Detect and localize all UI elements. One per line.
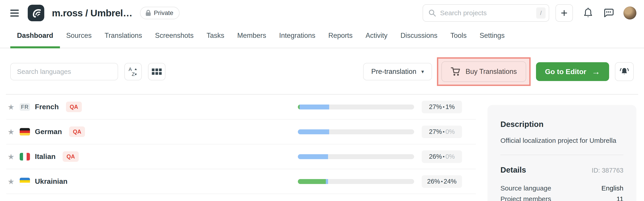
description-title: Description	[500, 120, 624, 129]
approved-percent: 0%	[446, 153, 455, 160]
approved-percent: 1%	[446, 103, 455, 111]
dashboard-main: ★ FR French QA 27% • 1%	[0, 95, 644, 201]
language-name: French	[35, 103, 59, 111]
lock-icon	[145, 10, 151, 16]
arrow-right-icon: →	[592, 67, 600, 77]
progress-approved-segment	[298, 105, 300, 109]
announcements-bell-icon[interactable]	[615, 62, 634, 81]
nav-tab[interactable]: Screenshots	[154, 32, 194, 48]
detail-label: Project members	[500, 193, 551, 201]
user-avatar[interactable]	[624, 7, 636, 20]
detail-row: Project members 11	[500, 193, 624, 201]
progress-bar	[298, 179, 414, 184]
chevron-down-icon: ▾	[421, 69, 424, 75]
search-projects-box[interactable]: /	[422, 4, 549, 22]
language-row[interactable]: ★ FR French QA 27% • 1%	[6, 95, 476, 120]
privacy-badge: Private	[140, 7, 180, 19]
nav-tab[interactable]: Tasks	[206, 32, 225, 48]
project-nav-tabs: DashboardSourcesTranslationsScreenshotsT…	[0, 26, 644, 48]
description-text: Official localization project for Umbrel…	[500, 137, 624, 144]
progress-translated-segment	[298, 129, 329, 134]
sort-alphabetical-icon[interactable]: A Z	[124, 63, 142, 80]
language-progress-group: 26% • 0%	[298, 150, 476, 163]
pre-translation-label: Pre-translation	[371, 68, 416, 76]
details-rows: Source language English Project members …	[500, 183, 624, 201]
language-row[interactable]: ★ Ukrainian 26% • 24%	[6, 169, 476, 194]
create-project-button[interactable]: +	[556, 4, 573, 22]
star-icon[interactable]: ★	[8, 177, 20, 186]
go-to-editor-label: Go to Editor	[545, 68, 586, 76]
nav-tab[interactable]: Settings	[479, 32, 505, 48]
approved-percent: 0%	[446, 128, 455, 135]
notifications-bell-icon[interactable]	[583, 8, 593, 18]
percent-separator: •	[443, 104, 444, 110]
progress-translated-segment	[298, 154, 328, 159]
nav-tab[interactable]: Translations	[104, 32, 143, 48]
nav-tab[interactable]: Dashboard	[16, 32, 54, 48]
dashboard-toolbar: A Z Pre-translation ▾ Buy Translations	[0, 57, 644, 86]
go-to-editor-button[interactable]: Go to Editor →	[536, 62, 609, 81]
translated-percent: 27%	[429, 128, 442, 135]
star-icon[interactable]: ★	[8, 103, 20, 111]
language-name: Ukrainian	[35, 177, 68, 185]
hamburger-menu-icon[interactable]	[10, 10, 19, 17]
nav-tab[interactable]: Integrations	[278, 32, 316, 48]
search-icon	[428, 9, 436, 17]
project-id: ID: 387763	[592, 167, 624, 174]
svg-text:A: A	[128, 67, 132, 72]
progress-approved-segment	[298, 179, 326, 184]
percent-separator: •	[443, 154, 444, 160]
pre-translation-dropdown[interactable]: Pre-translation ▾	[363, 63, 432, 80]
progress-percent-pill[interactable]: 26% • 0%	[422, 150, 462, 163]
language-row[interactable]: ★ German QA 27% • 0%	[6, 120, 476, 144]
progress-bar	[298, 129, 414, 134]
language-progress-group: 27% • 1%	[298, 101, 476, 113]
approved-percent: 24%	[444, 178, 456, 185]
qa-badge[interactable]: QA	[69, 126, 85, 137]
language-row[interactable]: ★ Italian QA 26% • 0%	[6, 144, 476, 169]
panel-divider	[500, 155, 624, 155]
language-name: German	[35, 128, 62, 136]
language-code-badge: FR	[20, 103, 30, 111]
star-icon[interactable]: ★	[8, 127, 20, 136]
language-progress-group: 26% • 24%	[298, 175, 476, 188]
translated-percent: 27%	[429, 103, 442, 111]
nav-tab[interactable]: Members	[237, 32, 266, 48]
nav-tab[interactable]: Reports	[328, 32, 353, 48]
flag-icon	[20, 128, 30, 136]
flag-icon	[20, 178, 30, 185]
percent-separator: •	[443, 129, 444, 135]
app-window: m.ross / Umbrel… Private / +	[0, 0, 644, 201]
detail-value: English	[602, 183, 624, 193]
project-breadcrumb-title: m.ross / Umbrel…	[52, 8, 132, 19]
flag-icon	[20, 153, 30, 160]
nav-tab[interactable]: Activity	[365, 32, 388, 48]
progress-percent-pill[interactable]: 27% • 1%	[422, 101, 462, 113]
nav-tab[interactable]: Discussions	[400, 32, 438, 48]
detail-row: Source language English	[500, 183, 624, 193]
search-shortcut-hint: /	[536, 8, 546, 19]
percent-separator: •	[441, 179, 443, 184]
grid-view-icon[interactable]	[148, 63, 166, 80]
detail-value: 11	[616, 193, 624, 201]
search-languages-input[interactable]	[10, 63, 118, 80]
buy-translations-button[interactable]: Buy Translations	[442, 61, 526, 82]
messages-chat-icon[interactable]	[603, 8, 614, 18]
progress-percent-pill[interactable]: 26% • 24%	[422, 175, 462, 188]
search-projects-input[interactable]	[440, 9, 536, 17]
nav-tab[interactable]: Tools	[450, 32, 467, 48]
nav-tab[interactable]: Sources	[66, 32, 92, 48]
crowdin-logo-icon[interactable]	[28, 5, 44, 21]
progress-bar	[298, 154, 414, 159]
qa-badge[interactable]: QA	[66, 102, 82, 112]
progress-percent-pill[interactable]: 27% • 0%	[422, 126, 462, 138]
privacy-label: Private	[154, 10, 173, 17]
language-list: ★ FR French QA 27% • 1%	[6, 95, 476, 194]
language-name: Italian	[35, 152, 56, 161]
star-icon[interactable]: ★	[8, 152, 20, 161]
project-details-panel: Description Official localization projec…	[488, 105, 636, 201]
svg-text:Z: Z	[132, 71, 134, 77]
detail-label: Source language	[500, 183, 551, 193]
cart-icon	[451, 67, 461, 76]
qa-badge[interactable]: QA	[62, 151, 79, 162]
